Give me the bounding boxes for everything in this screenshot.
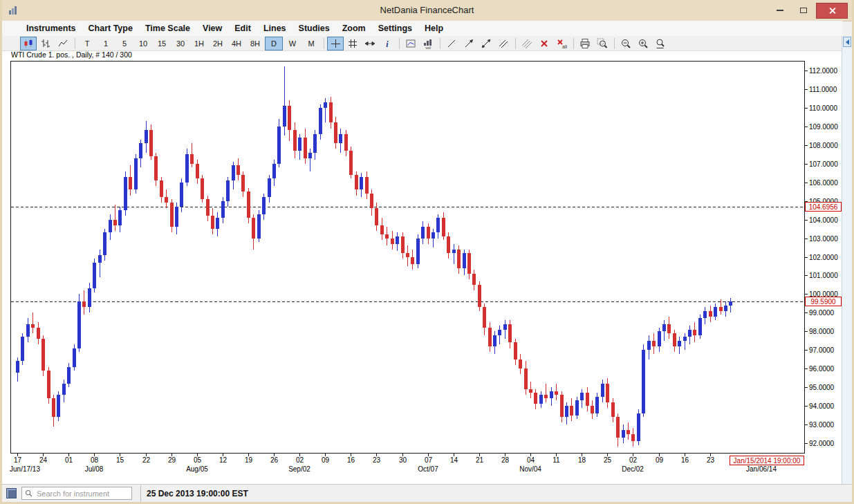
timescale-tick-button[interactable]: T	[78, 37, 96, 50]
instrument-search[interactable]	[21, 487, 132, 500]
trend-line-button[interactable]	[443, 37, 460, 50]
timescale-1m-button[interactable]: 1	[97, 37, 115, 50]
zoom-out-icon	[620, 38, 631, 49]
menu-help[interactable]: Help	[418, 24, 449, 33]
svg-text:05: 05	[194, 456, 202, 464]
svg-text:vol: vol	[425, 45, 431, 49]
zoom-reset-icon	[655, 38, 666, 49]
crosshair-button[interactable]	[327, 37, 344, 50]
svg-text:19: 19	[245, 456, 253, 464]
side-panel-strip	[842, 36, 852, 484]
print-button[interactable]	[577, 37, 593, 50]
zoom-out-button[interactable]	[618, 37, 634, 50]
menu-settings[interactable]: Settings	[372, 24, 418, 33]
svg-text:96.0000: 96.0000	[809, 365, 835, 373]
svg-text:23: 23	[707, 456, 715, 464]
menu-studies[interactable]: Studies	[293, 24, 336, 33]
zoom-selection-icon	[597, 38, 608, 49]
svg-text:16: 16	[347, 456, 355, 464]
y-axis: 112.0000111.0000110.0000109.0000108.0000…	[805, 67, 839, 447]
zoom-reset-button[interactable]	[652, 37, 669, 50]
panel-expand-icon	[846, 39, 849, 45]
svg-text:29: 29	[168, 456, 176, 464]
minimize-icon	[777, 10, 783, 11]
svg-text:23: 23	[373, 456, 381, 464]
delete-all-icon: all	[556, 38, 567, 49]
expand-horizontal-button[interactable]	[362, 37, 378, 50]
svg-text:97.0000: 97.0000	[809, 346, 835, 354]
toolbar-separator	[440, 38, 440, 49]
close-button[interactable]	[816, 3, 848, 19]
panel-toggle-button[interactable]	[843, 37, 851, 47]
menu-instruments[interactable]: Instruments	[20, 24, 82, 33]
timescale-daily-button[interactable]: D	[265, 37, 283, 50]
timescale-2h-button[interactable]: 2H	[209, 37, 227, 50]
svg-text:103.0000: 103.0000	[809, 235, 838, 243]
svg-text:02: 02	[629, 456, 638, 464]
toolbar: T151015301H2H4H8HDWMivolall	[2, 36, 842, 51]
price-chart[interactable]: WTI Crude 1. pos. , Daily, # 140 / 30011…	[2, 51, 842, 484]
cursor-date-label: Jan/15/2014 19:00:00	[734, 457, 801, 465]
grid-button[interactable]	[344, 37, 361, 50]
bar-chart-button[interactable]	[37, 37, 54, 50]
trend-line-icon	[446, 38, 457, 49]
svg-text:30: 30	[399, 456, 407, 464]
timescale-15m-button[interactable]: 15	[153, 37, 171, 50]
timescale-weekly-button[interactable]: W	[284, 37, 301, 50]
delete-icon	[539, 38, 550, 49]
svg-text:08: 08	[91, 456, 99, 464]
svg-text:Dec/02: Dec/02	[622, 465, 644, 473]
delete-line-button[interactable]	[536, 37, 553, 50]
timescale-8h-button[interactable]: 8H	[246, 37, 264, 50]
menu-view[interactable]: View	[196, 24, 228, 33]
svg-text:21: 21	[476, 456, 484, 464]
arrows-horizontal-icon	[364, 38, 375, 49]
caption-buttons	[769, 3, 848, 19]
timescale-30m-button[interactable]: 30	[171, 37, 189, 50]
line-chart-button[interactable]	[55, 37, 71, 50]
menu-time-scale[interactable]: Time Scale	[139, 24, 196, 33]
ray-line-icon	[463, 38, 474, 49]
timescale-4h-button[interactable]: 4H	[228, 37, 245, 50]
svg-text:99.5900: 99.5900	[810, 298, 836, 306]
price-chart-button[interactable]	[402, 37, 419, 50]
svg-text:18: 18	[578, 456, 586, 464]
parallel-lines-button[interactable]	[519, 37, 535, 50]
zoom-in-button[interactable]	[635, 37, 651, 50]
maximize-icon	[800, 8, 807, 13]
delete-all-lines-button[interactable]: all	[553, 37, 570, 50]
channel-button[interactable]	[495, 37, 512, 50]
app-window: NetDania FinanceChart InstrumentsChart T…	[0, 0, 854, 504]
svg-text:107.0000: 107.0000	[809, 160, 838, 168]
volume-button[interactable]: vol	[420, 37, 436, 50]
extended-line-button[interactable]	[478, 37, 494, 50]
search-icon	[25, 489, 33, 497]
svg-text:Jun/17/13: Jun/17/13	[10, 465, 40, 473]
svg-text:14: 14	[450, 456, 458, 464]
svg-text:111.0000: 111.0000	[809, 86, 837, 93]
svg-text:28: 28	[501, 456, 510, 464]
toolbar-separator	[515, 38, 516, 49]
volume-icon: vol	[423, 38, 434, 49]
search-input[interactable]	[35, 489, 129, 498]
svg-text:17: 17	[14, 456, 22, 464]
ray-line-button[interactable]	[461, 37, 477, 50]
svg-text:09: 09	[656, 456, 664, 464]
svg-text:all: all	[562, 44, 567, 48]
menu-edit[interactable]: Edit	[228, 24, 257, 33]
timescale-monthly-button[interactable]: M	[302, 37, 320, 50]
zoom-selection-button[interactable]	[594, 37, 611, 50]
minimize-button[interactable]	[769, 3, 791, 17]
timescale-10m-button[interactable]: 10	[134, 37, 152, 50]
zoom-in-icon	[638, 38, 649, 49]
menu-zoom[interactable]: Zoom	[336, 24, 372, 33]
info-button[interactable]: i	[379, 37, 396, 50]
maximize-button[interactable]	[792, 3, 815, 17]
candlestick-chart-button[interactable]	[20, 37, 37, 50]
timescale-5m-button[interactable]: 5	[115, 37, 133, 50]
menubar: InstrumentsChart TypeTime ScaleViewEditL…	[2, 21, 842, 36]
timescale-1h-button[interactable]: 1H	[190, 37, 208, 50]
menu-lines[interactable]: Lines	[257, 24, 293, 33]
svg-text:Jul/08: Jul/08	[85, 465, 104, 473]
menu-chart-type[interactable]: Chart Type	[82, 24, 139, 33]
